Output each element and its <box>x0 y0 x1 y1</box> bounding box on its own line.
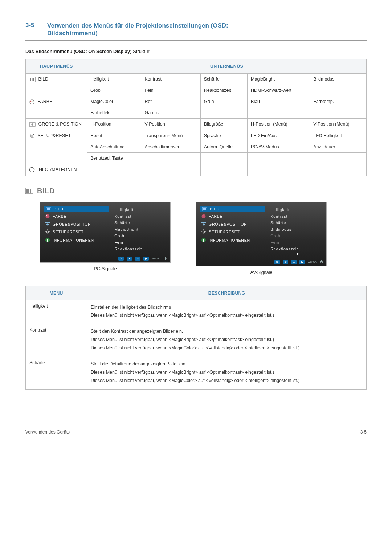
auto-label: AUTO <box>152 257 160 260</box>
submenu-cell: PC/AV-Modus <box>248 141 310 152</box>
submenu-cell: V-Position (Menü) <box>310 118 367 130</box>
svg-rect-24 <box>30 189 31 193</box>
picture-icon <box>25 188 33 194</box>
svg-point-19 <box>32 168 32 169</box>
submenu-cell: Rot <box>141 96 200 107</box>
osd-sub-item: Reaktionszeit <box>114 246 167 252</box>
color-icon <box>201 214 206 219</box>
up-icon: ▲ <box>291 260 297 264</box>
submenu-cell: Bildgröße <box>200 118 247 130</box>
main-menu-cell: GRÖßE & POSITION <box>26 118 87 130</box>
color-icon <box>45 214 50 219</box>
svg-point-7 <box>32 102 33 103</box>
svg-rect-22 <box>26 189 28 193</box>
submenu-cell <box>310 85 367 96</box>
submenu-cell: Kontrast <box>141 73 200 85</box>
osd-sub-item: Helligkeit <box>270 206 323 213</box>
osd-sub-item: Grob <box>114 233 167 239</box>
info-icon <box>29 167 35 173</box>
description-table: MENÜ BESCHREIBUNG HelligkeitEinstellen d… <box>25 286 367 390</box>
th-hauptmenus: HAUPTMENÜS <box>26 59 87 73</box>
svg-line-16 <box>33 134 34 135</box>
footer-right: 3-5 <box>360 430 367 435</box>
size-icon <box>201 222 206 226</box>
submenu-cell: Sprache <box>200 130 247 141</box>
submenu-cell <box>141 164 200 176</box>
close-icon: ✕ <box>118 257 124 261</box>
page-footer: Verwenden des Geräts 3-5 <box>25 430 367 435</box>
submenu-cell: Abschalttimerwert <box>141 141 200 152</box>
osd-sub-item: Helligkeit <box>114 206 167 213</box>
picture-icon <box>46 207 51 212</box>
size-icon <box>29 122 36 127</box>
selection-marker-icon: ▼ <box>270 252 323 256</box>
svg-rect-23 <box>28 189 29 193</box>
submenu-cell: H-Position <box>87 118 141 130</box>
osd-sub-item: Kontrast <box>114 213 167 219</box>
osd-footer: ✕ ▼ ▲ ▶ AUTO ⏻ <box>200 259 323 264</box>
th-untermenus: UNTERMENÜS <box>87 59 367 73</box>
submenu-cell: Reaktionszeit <box>200 85 247 96</box>
submenu-cell: Helligkeit <box>87 73 141 85</box>
picture-icon <box>202 207 207 212</box>
main-menu-cell: SETUP&RESET <box>26 130 87 164</box>
section-number: 3-5 <box>25 22 47 37</box>
submenu-cell <box>248 107 310 118</box>
submenu-cell: Grün <box>200 96 247 107</box>
svg-rect-28 <box>49 208 50 210</box>
submenu-cell <box>200 107 247 118</box>
svg-line-15 <box>33 138 34 138</box>
submenu-cell <box>310 164 367 176</box>
submenu-cell: Farbeffekt <box>87 107 141 118</box>
submenu-cell: LED Helligkeit <box>310 130 367 141</box>
osd-screenshots-row: BILDFARBEGRÖßE&POSITIONSETUP&RESETiINFOR… <box>25 202 367 275</box>
submenu-cell: MagicColor <box>87 96 141 107</box>
enter-icon: ▶ <box>143 257 149 261</box>
osd-sub-item: Schärfe <box>270 219 323 226</box>
bild-heading: BILD <box>25 187 367 195</box>
main-menu-cell: FARBE <box>26 96 87 118</box>
svg-point-32 <box>47 231 49 233</box>
osd-av-block: BILDFARBEGRÖßE&POSITIONSETUP&RESETiINFOR… <box>196 202 327 275</box>
osd-menu-item: iINFORMATIONENEN <box>200 236 265 244</box>
osd-menu-item: BILD <box>44 206 109 213</box>
submenu-cell <box>310 152 367 164</box>
svg-point-46 <box>203 231 205 233</box>
submenu-cell <box>200 152 247 164</box>
submenu-cell: H-Position (Menü) <box>248 118 310 130</box>
section-title: Verwenden des Menüs für die Projektionse… <box>47 22 228 37</box>
svg-rect-42 <box>205 208 206 210</box>
down-icon: ▼ <box>283 260 288 264</box>
down-icon: ▼ <box>127 257 132 261</box>
submenu-cell: Gamma <box>141 107 200 118</box>
gear-icon <box>29 133 35 139</box>
osd-sub-item: Schärfe <box>114 219 167 226</box>
desc-menu-name: Schärfe <box>26 357 87 389</box>
osd-menu-item: SETUP&RESET <box>44 228 109 236</box>
size-icon <box>45 222 50 226</box>
svg-point-29 <box>46 214 50 218</box>
th-menu: MENÜ <box>26 286 87 300</box>
submenu-cell: Farbtemp. <box>310 96 367 107</box>
osd-pc-block: BILDFARBEGRÖßE&POSITIONSETUP&RESETiINFOR… <box>40 202 171 275</box>
osd-sub-item: Reaktionszeit <box>270 246 323 252</box>
submenu-cell: Transparenz-Menü <box>141 130 200 141</box>
svg-rect-26 <box>47 208 48 210</box>
osd-menu-item: FARBE <box>44 212 109 220</box>
submenu-cell: V-Position <box>141 118 200 130</box>
osd-menu-item: SETUP&RESET <box>200 228 265 236</box>
submenu-cell: Schärfe <box>200 73 247 85</box>
osd-pc: BILDFARBEGRÖßE&POSITIONSETUP&RESETiINFOR… <box>40 202 171 263</box>
bild-heading-label: BILD <box>37 187 55 195</box>
submenu-cell <box>248 152 310 164</box>
structure-subheading: Das Bildschirmmenü (OSD: On Screen Displ… <box>25 49 367 54</box>
submenu-cell: Blau <box>248 96 310 107</box>
info-icon: i <box>201 237 206 242</box>
svg-point-5 <box>30 100 32 102</box>
submenu-cell: Reset <box>87 130 141 141</box>
osd-sub-item: Grob <box>270 233 323 239</box>
svg-rect-20 <box>32 169 32 171</box>
svg-text:i: i <box>203 238 204 242</box>
svg-rect-3 <box>33 78 34 81</box>
osd-footer: ✕ ▼ ▲ ▶ AUTO ⏻ <box>44 255 167 261</box>
